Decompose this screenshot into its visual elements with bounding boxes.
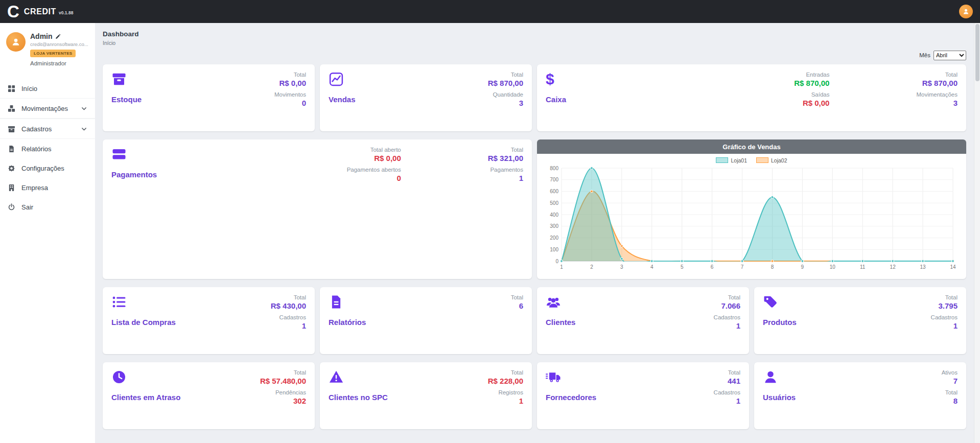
user-name: Admin (30, 32, 53, 40)
sidebar-item-inicio[interactable]: Início (0, 79, 95, 98)
svg-text:300: 300 (550, 223, 558, 229)
card-title[interactable]: Usuários (763, 393, 796, 402)
svg-text:4: 4 (650, 264, 654, 270)
svg-text:2: 2 (590, 264, 593, 270)
card-caixa[interactable]: $ Caixa Entradas R$ 870,00 Saídas R$ 0,0… (537, 64, 966, 131)
stat-label: Pagamentos abertos (347, 166, 401, 174)
card-title[interactable]: Caixa (546, 95, 566, 104)
card-relatorios[interactable]: Relatórios Total 6 (320, 287, 532, 354)
sidebar-item-movimentacoes[interactable]: Movimentações (0, 98, 95, 119)
card-usuarios[interactable]: Usuários Ativos 7 Total 8 (754, 362, 966, 429)
sidebar-item-relatorios[interactable]: Relatórios (0, 139, 95, 158)
list-icon (111, 294, 127, 310)
svg-text:200: 200 (550, 235, 558, 241)
svg-text:11: 11 (860, 264, 866, 270)
stat-value: R$ 0,00 (794, 99, 829, 108)
stat-label: Cadastros (714, 314, 740, 321)
svg-text:13: 13 (920, 264, 926, 270)
person-icon (962, 8, 970, 15)
sidebar-item-sair[interactable]: Sair (0, 197, 95, 217)
chart-title: Gráfico de Vendas (537, 139, 966, 154)
svg-text:500: 500 (550, 200, 558, 206)
card-title[interactable]: Fornecedores (546, 393, 596, 402)
clock-icon (111, 369, 127, 385)
truck-icon (546, 369, 561, 385)
stat-label: Total (488, 146, 523, 154)
stat-value: 1 (271, 321, 306, 331)
sidebar-item-empresa[interactable]: Empresa (0, 178, 95, 197)
month-filter: Mês Abril (103, 50, 966, 60)
card-pagamentos[interactable]: Pagamentos Total aberto R$ 0,00 Pagament… (103, 139, 532, 279)
sales-chart-card: Gráfico de Vendas Loja01Loja02 010020030… (537, 139, 966, 279)
card-title[interactable]: Clientes em Atraso (111, 393, 180, 402)
archive-icon (8, 125, 16, 133)
stat-value: R$ 430,00 (271, 301, 306, 311)
sales-chart: 0100200300400500600700800123456789101112… (542, 165, 961, 273)
stat-label: Total (260, 369, 306, 377)
stat-label: Pagamentos (488, 166, 523, 174)
svg-text:8: 8 (771, 264, 774, 270)
sidebar-item-label: Cadastros (21, 125, 52, 133)
card-clientes-em-atraso[interactable]: Clientes em Atraso Total R$ 57.480,00 Pe… (103, 362, 315, 429)
stat-label: Movimentos (274, 91, 306, 99)
svg-text:600: 600 (550, 189, 558, 194)
sidebar-item-label: Relatórios (21, 145, 52, 153)
power-icon (8, 203, 16, 211)
topbar: C CREDIT v0.1.88 (0, 0, 980, 23)
card-title[interactable]: Relatórios (329, 318, 366, 327)
card-produtos[interactable]: Produtos Total 3.795 Cadastros 1 (754, 287, 966, 354)
building-icon (8, 183, 16, 192)
svg-text:1: 1 (560, 264, 563, 270)
gear-icon (8, 164, 16, 172)
stat-value: R$ 0,00 (347, 154, 401, 163)
sidebar-item-configuracoes[interactable]: Configurações (0, 158, 95, 178)
card-title[interactable]: Clientes no SPC (329, 393, 388, 402)
profile-avatar[interactable] (6, 32, 26, 52)
stat-value: 3 (916, 99, 958, 108)
stat-value: 6 (511, 301, 523, 311)
scrollbar-thumb[interactable] (975, 24, 979, 81)
sidebar-item-label: Movimentações (21, 105, 68, 112)
card-title[interactable]: Lista de Compras (111, 318, 176, 327)
user-avatar[interactable] (959, 5, 973, 18)
card-estoque[interactable]: Estoque Total R$ 0,00 Movimentos 0 (103, 64, 315, 131)
scrollbar-track[interactable] (974, 23, 980, 443)
card-title[interactable]: Vendas (329, 95, 356, 104)
card-clientes-no-spc[interactable]: Clientes no SPC Total R$ 228,00 Registro… (320, 362, 532, 429)
edit-profile-icon[interactable] (55, 34, 61, 39)
card-vendas[interactable]: Vendas Total R$ 870,00 Quantidade 3 (320, 64, 532, 131)
app-version: v0.1.88 (59, 10, 73, 15)
card-title[interactable]: Produtos (763, 318, 797, 327)
stat-value: R$ 870,00 (794, 79, 829, 88)
dollar-icon: $ (546, 71, 554, 87)
chart-legend: Loja01Loja02 (542, 156, 961, 165)
svg-text:14: 14 (950, 264, 956, 270)
legend-item[interactable]: Loja01 (716, 157, 747, 164)
tag-icon (763, 294, 778, 310)
stat-value: 3.795 (931, 301, 958, 311)
stat-label: Total (511, 294, 523, 301)
stat-value: R$ 870,00 (488, 79, 523, 88)
stat-label: Ativos (942, 369, 958, 377)
svg-text:100: 100 (550, 247, 558, 252)
sidebar-item-label: Início (21, 85, 37, 92)
stat-label: Total (274, 71, 306, 79)
svg-text:10: 10 (830, 264, 836, 270)
svg-text:9: 9 (801, 264, 804, 270)
dashboard-cards: Estoque Total R$ 0,00 Movimentos 0 Venda… (103, 64, 966, 429)
sidebar-menu: Início Movimentações Cadastros Relató (0, 79, 95, 217)
users-icon (546, 294, 561, 310)
stat-value: 1 (714, 321, 740, 331)
card-title[interactable]: Pagamentos (111, 170, 157, 179)
sidebar-item-cadastros[interactable]: Cadastros (0, 119, 95, 139)
month-select[interactable]: Abril (934, 51, 966, 60)
credit-card-icon (111, 146, 127, 162)
card-lista-de-compras[interactable]: Lista de Compras Total R$ 430,00 Cadastr… (103, 287, 315, 354)
stat-label: Total (271, 294, 306, 301)
card-clientes[interactable]: Clientes Total 7.066 Cadastros 1 (537, 287, 749, 354)
legend-item[interactable]: Loja02 (756, 157, 787, 164)
card-fornecedores[interactable]: Fornecedores Total 441 Cadastros 1 (537, 362, 749, 429)
breadcrumb: Início (103, 40, 966, 46)
card-title[interactable]: Clientes (546, 318, 575, 327)
card-title[interactable]: Estoque (111, 95, 142, 104)
